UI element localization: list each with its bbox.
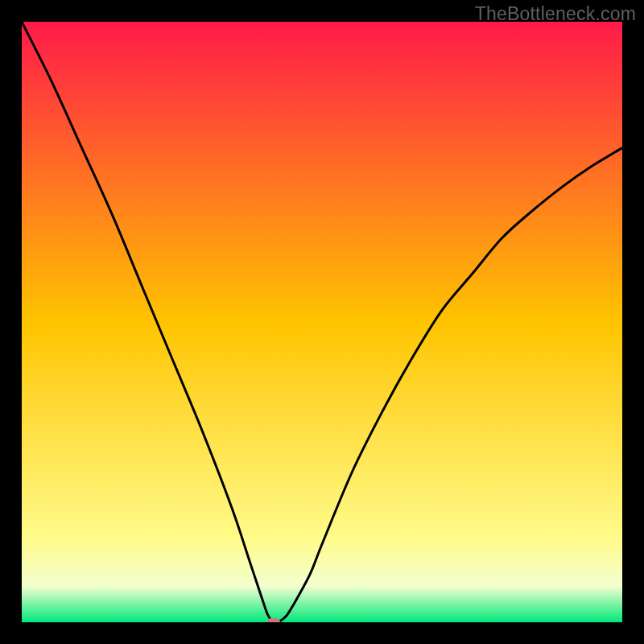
gradient-background: [22, 22, 622, 622]
chart-frame: TheBottleneck.com: [0, 0, 644, 644]
watermark-text: TheBottleneck.com: [475, 3, 636, 25]
chart-svg: [22, 22, 622, 622]
plot-area: [22, 22, 622, 622]
minimum-marker: [267, 618, 280, 622]
